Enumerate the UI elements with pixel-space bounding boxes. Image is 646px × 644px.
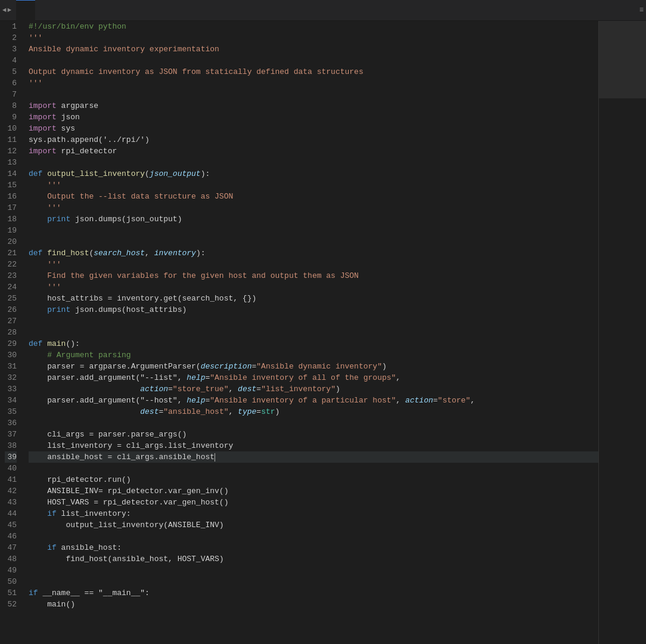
line-number: 32 bbox=[5, 372, 17, 383]
line-number: 26 bbox=[5, 304, 17, 315]
token-arg-val: "Ansible inventory of a particular host" bbox=[210, 395, 396, 406]
line-number: 30 bbox=[5, 349, 17, 361]
line-number: 1 bbox=[5, 21, 17, 32]
code-line: action="store_true", dest="list_inventor… bbox=[29, 383, 598, 395]
token-white bbox=[29, 191, 47, 202]
token-fn: find_host bbox=[47, 247, 89, 259]
token-white: ) bbox=[336, 383, 340, 395]
token-white: host_attribs = inventory.get(search_host… bbox=[29, 293, 256, 304]
token-docstring: ''' bbox=[47, 281, 61, 293]
minimap-viewport bbox=[599, 21, 646, 98]
token-white: = bbox=[251, 361, 256, 372]
code-line: import argparse bbox=[29, 100, 598, 112]
token-white: = bbox=[159, 406, 163, 417]
line-number: 35 bbox=[5, 406, 17, 417]
token-arg-val: "ansible_host" bbox=[163, 406, 228, 417]
token-kw: print bbox=[47, 213, 70, 225]
line-number: 17 bbox=[5, 202, 17, 213]
line-number: 44 bbox=[5, 508, 17, 519]
token-docstring: ''' bbox=[47, 179, 61, 191]
code-line: import rpi_detector bbox=[29, 145, 598, 157]
code-line: Find the given variables for the given h… bbox=[29, 270, 598, 281]
code-line: def output_list_inventory(json_output): bbox=[29, 168, 598, 179]
code-area[interactable]: #!/usr/bin/env python'''Ansible dynamic … bbox=[24, 21, 598, 644]
token-white: ( bbox=[145, 168, 150, 179]
token-arg-val: "Ansible inventory of all of the groups" bbox=[210, 372, 396, 383]
code-line: parser.add_argument("--list", help="Ansi… bbox=[29, 372, 598, 383]
line-number: 43 bbox=[5, 497, 17, 508]
code-line: ansible_host = cli_args.ansible_host bbox=[29, 451, 598, 463]
line-number: 9 bbox=[5, 112, 17, 123]
token-arg-val: "list_inventory" bbox=[261, 383, 336, 395]
token-arg-key: help bbox=[187, 395, 205, 406]
code-line: ''' bbox=[29, 78, 598, 89]
token-fn: output_list_inventory bbox=[47, 168, 145, 179]
token-white: ): bbox=[196, 247, 206, 259]
code-line: ''' bbox=[29, 32, 598, 44]
token-white: rpi_detector.run() bbox=[29, 474, 131, 485]
code-line: list_inventory = cli_args.list_inventory bbox=[29, 440, 598, 451]
token-white bbox=[29, 213, 47, 225]
token-arg-val: "store" bbox=[438, 395, 471, 406]
line-number: 6 bbox=[5, 78, 17, 89]
token-white: , bbox=[396, 372, 400, 383]
line-number: 4 bbox=[5, 55, 17, 66]
code-line: find_host(ansible_host, HOST_VARS) bbox=[29, 553, 598, 565]
token-white: , bbox=[396, 395, 405, 406]
line-number: 14 bbox=[5, 168, 17, 179]
token-white bbox=[29, 179, 47, 191]
tab-arrows[interactable]: ◄ ► bbox=[2, 7, 11, 14]
token-white: ) bbox=[382, 361, 387, 372]
token-white: ansible_host = cli_args.ansible_host bbox=[29, 451, 215, 463]
code-line: ''' bbox=[29, 202, 598, 213]
token-kw: def bbox=[29, 168, 42, 179]
token-arg-key: type bbox=[238, 406, 256, 417]
tab-end-icon[interactable]: ≡ bbox=[639, 6, 644, 14]
token-white: parser = argparse.ArgumentParser( bbox=[29, 361, 201, 372]
token-arg-key: dest bbox=[140, 406, 159, 417]
code-line bbox=[29, 417, 598, 429]
line-number: 18 bbox=[5, 213, 17, 225]
line-number: 23 bbox=[5, 270, 17, 281]
code-line: def main(): bbox=[29, 338, 598, 349]
line-number: 27 bbox=[5, 315, 17, 327]
code-line: print json.dumps(host_attribs) bbox=[29, 304, 598, 315]
code-line bbox=[29, 157, 598, 168]
line-number: 42 bbox=[5, 485, 17, 497]
code-line bbox=[29, 55, 598, 66]
token-white bbox=[29, 383, 140, 395]
token-white bbox=[29, 304, 47, 315]
active-tab[interactable] bbox=[16, 0, 35, 21]
line-number: 31 bbox=[5, 361, 17, 372]
code-line: rpi_detector.run() bbox=[29, 474, 598, 485]
code-line: import json bbox=[29, 112, 598, 123]
line-numbers: 1234567891011121314151617181920212223242… bbox=[0, 21, 24, 644]
code-line: output_list_inventory(ANSIBLE_INV) bbox=[29, 519, 598, 531]
code-line: ''' bbox=[29, 259, 598, 270]
token-white bbox=[29, 349, 47, 361]
token-white: sys.path.append('../rpi/') bbox=[29, 134, 150, 145]
token-param: search_host bbox=[94, 247, 145, 259]
token-white: output_list_inventory(ANSIBLE_INV) bbox=[29, 519, 224, 531]
minimap bbox=[598, 21, 646, 644]
code-line: if list_inventory: bbox=[29, 508, 598, 519]
code-line bbox=[29, 531, 598, 542]
token-white: json bbox=[57, 112, 80, 123]
token-white: = bbox=[433, 395, 438, 406]
code-line: sys.path.append('../rpi/') bbox=[29, 134, 598, 145]
token-white bbox=[29, 281, 47, 293]
code-line: Output the --list data structure as JSON bbox=[29, 191, 598, 202]
token-white: argparse bbox=[57, 100, 98, 112]
token-docstring: Output the --list data structure as JSON bbox=[47, 191, 233, 202]
line-number: 22 bbox=[5, 259, 17, 270]
token-kw: def bbox=[29, 338, 42, 349]
code-line bbox=[29, 463, 598, 474]
code-line: Ansible dynamic inventory experimentatio… bbox=[29, 44, 598, 55]
line-number: 7 bbox=[5, 89, 17, 100]
line-number: 46 bbox=[5, 531, 17, 542]
token-kw: print bbox=[47, 304, 70, 315]
line-number: 47 bbox=[5, 542, 17, 553]
token-white: , bbox=[470, 395, 475, 406]
code-line: Output dynamic inventory as JSON from st… bbox=[29, 66, 598, 78]
line-number: 37 bbox=[5, 429, 17, 440]
